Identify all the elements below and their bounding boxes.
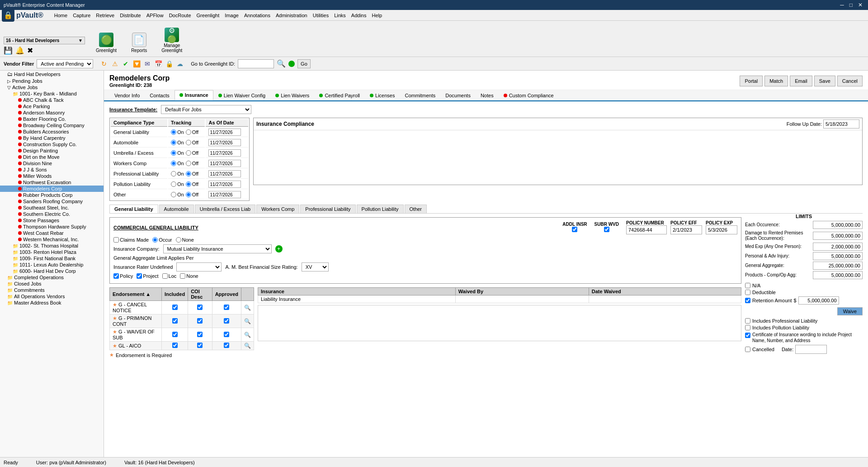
compliance-date-input[interactable]	[208, 149, 241, 157]
sidebar-item[interactable]: Southern Electric Co.	[0, 211, 104, 217]
sidebar-item[interactable]: 📁1011- Lexus Auto Dealership	[0, 262, 104, 268]
waiver-notes-textarea[interactable]	[258, 305, 741, 341]
none-radio[interactable]	[176, 237, 181, 243]
tracking-off-radio[interactable]	[186, 161, 191, 166]
endorsement-coi-checkbox[interactable]	[197, 332, 203, 337]
sidebar-item[interactable]: Miller Woods	[0, 173, 104, 179]
lock-icon[interactable]: 🔒	[165, 59, 174, 68]
endorsement-coi-checkbox[interactable]	[197, 318, 203, 324]
deductible-checkbox[interactable]	[745, 290, 750, 295]
sidebar-item[interactable]: Baxter Flooring Co.	[0, 116, 104, 122]
sidebar-item[interactable]: Design Painting	[0, 148, 104, 154]
tracking-on-radio[interactable]	[171, 150, 176, 156]
limit-value-input[interactable]	[813, 252, 863, 260]
reports-toolbar-button[interactable]: 📄 Reports	[127, 31, 151, 55]
compliance-date-input[interactable]	[208, 191, 241, 198]
retention-input[interactable]	[798, 296, 839, 305]
ins-tab-workers-comp[interactable]: Workers Comp	[256, 205, 299, 213]
menu-item-help[interactable]: Help	[370, 12, 384, 19]
am-best-select[interactable]: XV	[302, 262, 329, 272]
endorsement-search-icon[interactable]: 🔍	[244, 305, 251, 311]
sidebar-item[interactable]: 📁1001- Key Bank - Midland	[0, 91, 104, 97]
sidebar-item[interactable]: 📁1003- Renton Hotel Plaza	[0, 249, 104, 255]
tab-contacts[interactable]: Contacts	[145, 90, 174, 100]
insurance-template-select[interactable]: Default For Jobs	[161, 105, 251, 114]
ins-tab-umbrella-/-excess-liab[interactable]: Umbrella / Excess Liab	[195, 205, 256, 213]
policy-number-input[interactable]	[626, 225, 667, 234]
close-button[interactable]: ✕	[856, 2, 864, 8]
insurance-company-select[interactable]: Mutual Liability Insurance	[163, 244, 272, 253]
menu-item-utilities[interactable]: Utilities	[311, 12, 330, 19]
tracking-off-radio[interactable]	[186, 192, 191, 197]
filter-icon[interactable]: 🔽	[132, 59, 141, 68]
tab-documents[interactable]: Documents	[440, 90, 476, 100]
tracking-on-radio[interactable]	[171, 181, 176, 187]
sidebar-item[interactable]: 📁Closed Jobs	[0, 281, 104, 287]
tab-certified-payroll[interactable]: Certified Payroll	[314, 90, 365, 100]
tracking-off-radio[interactable]	[186, 171, 191, 176]
poll-liability-checkbox[interactable]	[745, 325, 750, 330]
menu-item-apflow[interactable]: APFlow	[145, 12, 165, 19]
limit-value-input[interactable]	[813, 221, 863, 229]
vendor-filter-select[interactable]: Active and Pending All Vendors	[37, 59, 93, 68]
sidebar-item[interactable]: Remodelers Corp	[0, 186, 104, 192]
calendar-icon[interactable]: 📅	[154, 59, 163, 68]
menu-item-greenlight[interactable]: Greenlight	[195, 12, 222, 19]
sidebar-item[interactable]: Broadway Ceiling Company	[0, 122, 104, 129]
endorsement-included-checkbox[interactable]	[172, 332, 178, 337]
greenlight-toolbar-button[interactable]: 🟢 Greenlight	[92, 31, 120, 55]
sidebar-item[interactable]: Sanders Roofing Company	[0, 198, 104, 205]
search-icon[interactable]: 🔍	[277, 59, 286, 68]
endorsement-included-checkbox[interactable]	[172, 318, 178, 324]
endorsement-approved-checkbox[interactable]	[224, 318, 229, 324]
sidebar-item[interactable]: Thompson Hardware Supply	[0, 224, 104, 230]
policy-exp-input[interactable]	[706, 225, 737, 234]
sidebar-item[interactable]: 📁All Operations Vendors	[0, 293, 104, 300]
maximize-button[interactable]: □	[848, 2, 854, 8]
match-button[interactable]: Match	[764, 76, 788, 86]
per-policy-checkbox[interactable]	[113, 273, 119, 279]
menu-item-addins[interactable]: Addins	[349, 12, 368, 19]
limit-value-input[interactable]	[813, 243, 863, 251]
ins-tab-pollution-liability[interactable]: Pollution Liability	[357, 205, 404, 213]
retention-checkbox[interactable]	[745, 298, 750, 303]
sidebar-item[interactable]: ▽Active Jobs	[0, 84, 104, 91]
sidebar-item[interactable]: J J & Sons	[0, 167, 104, 173]
sidebar-item[interactable]: By Hand Carpentry	[0, 135, 104, 141]
sidebar-item[interactable]: 📁6000- Hard Hat Dev Corp	[0, 268, 104, 274]
tracking-on-radio[interactable]	[171, 192, 176, 197]
cloud-icon[interactable]: ☁	[175, 59, 184, 68]
manage-greenlight-toolbar-button[interactable]: ⚙🟢 ManageGreenlight	[158, 26, 186, 55]
tab-custom-compliance[interactable]: Custom Compliance	[499, 90, 559, 100]
endorsement-included-checkbox[interactable]	[172, 305, 178, 310]
certificate-checkbox[interactable]	[745, 333, 750, 338]
tab-licenses[interactable]: Licenses	[365, 90, 400, 100]
save-icon[interactable]: 💾	[4, 46, 13, 55]
tracking-on-radio[interactable]	[171, 171, 176, 176]
sidebar-item[interactable]: ▷Pending Jobs	[0, 78, 104, 84]
endorsement-search-icon[interactable]: 🔍	[244, 318, 251, 324]
per-loc-checkbox[interactable]	[162, 273, 168, 279]
menu-item-home[interactable]: Home	[52, 12, 69, 19]
limit-value-input[interactable]	[813, 271, 863, 279]
tab-commitments[interactable]: Commitments	[400, 90, 440, 100]
bell-icon[interactable]: 🔔	[15, 46, 24, 55]
email-icon[interactable]: ✉	[143, 59, 152, 68]
sidebar-item[interactable]: Ace Parking	[0, 103, 104, 110]
sidebar-item[interactable]: Northwest Excavation	[0, 179, 104, 186]
menu-item-capture[interactable]: Capture	[71, 12, 92, 19]
ins-tab-professional-liability[interactable]: Professional Liability	[300, 205, 355, 213]
compliance-date-input[interactable]	[208, 129, 241, 136]
ins-tab-automobile[interactable]: Automobile	[159, 205, 194, 213]
compliance-date-input[interactable]	[208, 139, 241, 146]
limit-value-input[interactable]	[813, 232, 863, 240]
endorsement-search-icon[interactable]: 🔍	[244, 343, 251, 349]
menu-item-image[interactable]: Image	[223, 12, 241, 19]
sidebar-item[interactable]: Southeast Steel, Inc.	[0, 205, 104, 211]
subr-wvd-checkbox[interactable]	[604, 227, 609, 232]
ins-tab-other[interactable]: Other	[405, 205, 427, 213]
endorsement-coi-checkbox[interactable]	[197, 343, 203, 348]
sidebar-item[interactable]: West Coast Rebar	[0, 230, 104, 236]
tab-vendor-info[interactable]: Vendor Info	[109, 90, 145, 100]
sidebar-item[interactable]: 📁1009- First National Bank	[0, 255, 104, 262]
